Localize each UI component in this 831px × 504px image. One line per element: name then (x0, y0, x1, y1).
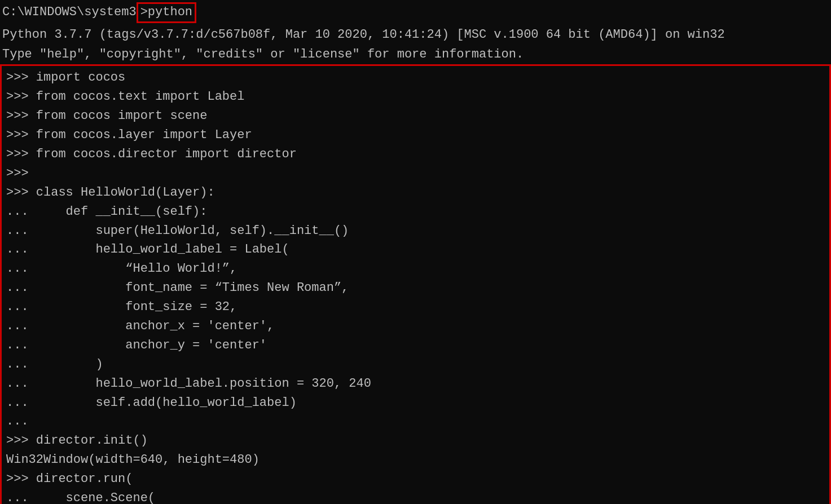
code-line-14: ... anchor_y = 'center' (2, 336, 829, 355)
code-line-9: ... hello_world_label = Label( (2, 240, 829, 259)
code-line-8: ... super(HelloWorld, self).__init__() (2, 222, 829, 241)
python-info-line1: Python 3.7.7 (tags/v3.7.7:d/c567b08f, Ma… (0, 25, 831, 45)
python-info-line2: Type "help", "copyright", "credits" or "… (0, 45, 831, 65)
code-line-7: ... def __init__(self): (2, 202, 829, 222)
code-line-3: >>> from cocos.layer import Layer (2, 126, 829, 145)
code-line-5: >>> (2, 164, 829, 183)
code-line-10: ... “Hello World!”, (2, 259, 829, 278)
code-line-20: Win32Window(width=640, height=480) (2, 450, 829, 470)
code-line-13: ... anchor_x = 'center', (2, 317, 829, 336)
code-line-0: >>> import cocos (2, 68, 829, 87)
code-line-4: >>> from cocos.director import director (2, 145, 829, 164)
terminal-window: C:\WINDOWS\system3 >python Python 3.7.7 … (0, 0, 831, 504)
code-line-17: ... self.add(hello_world_label) (2, 394, 829, 413)
code-section: >>> import cocos>>> from cocos.text impo… (0, 64, 831, 504)
code-line-11: ... font_name = “Times New Roman”, (2, 278, 829, 298)
code-line-1: >>> from cocos.text import Label (2, 87, 829, 107)
code-line-16: ... hello_world_label.position = 320, 24… (2, 374, 829, 394)
code-line-22: ... scene.Scene( (2, 489, 829, 504)
path-text: C:\WINDOWS\system3 (2, 4, 137, 21)
code-line-19: >>> director.init() (2, 431, 829, 450)
code-line-6: >>> class HelloWorld(Layer): (2, 183, 829, 202)
code-line-18: ... (2, 412, 829, 431)
header-line: C:\WINDOWS\system3 >python (0, 0, 831, 25)
code-line-15: ... ) (2, 355, 829, 374)
code-line-21: >>> director.run( (2, 470, 829, 489)
code-line-12: ... font_size = 32, (2, 298, 829, 317)
code-line-2: >>> from cocos import scene (2, 107, 829, 126)
command-box: >python (137, 2, 196, 23)
